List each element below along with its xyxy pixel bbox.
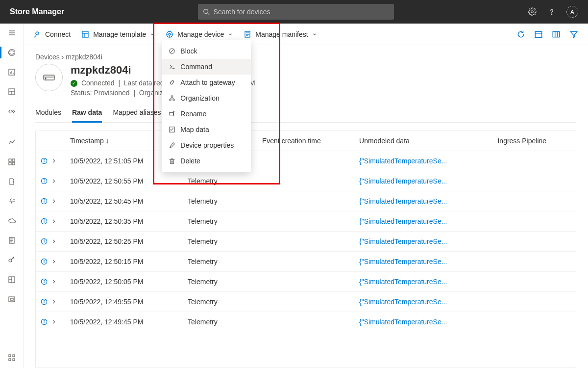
- tab-modules[interactable]: Modules: [35, 105, 61, 122]
- cell-unmodeled[interactable]: {"SimulatedTemperatureSe...: [354, 292, 492, 312]
- status-connected-icon: [71, 80, 77, 87]
- rail-panel-icon[interactable]: [7, 275, 16, 284]
- dd-command[interactable]: Command: [162, 59, 251, 75]
- calendar-icon[interactable]: [534, 30, 543, 39]
- device-icon: [166, 30, 173, 38]
- table-row: 10/5/2022, 12:50:05 PM Telemetry {"Simul…: [36, 272, 576, 292]
- cell-ingress: [492, 191, 576, 211]
- cell-ingress: [492, 171, 576, 191]
- info-icon[interactable]: [41, 258, 48, 265]
- info-icon[interactable]: [41, 298, 48, 305]
- cell-unmodeled[interactable]: {"SimulatedTemperatureSe...: [354, 191, 492, 211]
- chevron-down-icon: [228, 32, 233, 37]
- svg-point-89: [44, 320, 44, 321]
- hamburger-icon[interactable]: [7, 28, 16, 37]
- svg-rect-60: [44, 75, 54, 80]
- manage-manifest-button[interactable]: Manage manifest: [244, 30, 317, 38]
- cell-event-time: [257, 272, 354, 292]
- connect-button[interactable]: Connect: [33, 30, 71, 38]
- rail-list-icon[interactable]: [7, 236, 16, 245]
- cell-unmodeled[interactable]: {"SimulatedTemperatureSe...: [354, 272, 492, 292]
- svg-point-77: [44, 240, 44, 240]
- col-ingress[interactable]: Ingress Pipeline: [492, 131, 576, 151]
- cell-message-type: Telemetry: [183, 191, 257, 211]
- expand-chevron-icon[interactable]: [51, 239, 56, 244]
- tab-mapped-aliases[interactable]: Mapped aliases: [113, 105, 161, 122]
- breadcrumb-current: mzpkdz804i: [66, 53, 102, 61]
- expand-chevron-icon[interactable]: [51, 279, 56, 284]
- svg-point-3: [551, 14, 552, 14]
- dd-delete[interactable]: Delete: [162, 153, 251, 169]
- col-event-time[interactable]: Event creation time: [257, 131, 354, 151]
- expand-chevron-icon[interactable]: [51, 158, 56, 163]
- search-input[interactable]: Search for devices: [198, 4, 394, 20]
- cell-ingress: [492, 232, 576, 252]
- svg-point-95: [173, 99, 175, 101]
- cell-event-time: [257, 191, 354, 211]
- cell-unmodeled[interactable]: {"SimulatedTemperatureSe...: [354, 232, 492, 252]
- rail-rules-icon[interactable]: [7, 197, 16, 206]
- dd-rename[interactable]: Rename: [162, 106, 251, 122]
- cell-unmodeled[interactable]: {"SimulatedTemperatureSe...: [354, 171, 492, 191]
- cell-message-type: Telemetry: [183, 272, 257, 292]
- manage-template-button[interactable]: Manage template: [81, 30, 155, 38]
- rail-file-icon[interactable]: [7, 177, 16, 186]
- cell-message-type: Telemetry: [183, 252, 257, 272]
- rail-dashboard-icon[interactable]: [7, 87, 16, 96]
- cell-unmodeled[interactable]: {"SimulatedTemperatureSe...: [354, 252, 492, 272]
- col-unmodeled[interactable]: Unmodeled data: [354, 131, 492, 151]
- breadcrumb: Devices › mzpkdz804i: [35, 53, 576, 61]
- info-icon[interactable]: [41, 278, 48, 285]
- info-icon[interactable]: [41, 198, 48, 205]
- cell-message-type: Telemetry: [183, 292, 257, 312]
- rail-chart-icon[interactable]: [7, 68, 16, 77]
- tab-raw-data[interactable]: Raw data: [72, 105, 102, 123]
- svg-rect-103: [171, 159, 174, 163]
- table-row: 10/5/2022, 12:51:05 PM Telemetry {"Simul…: [36, 151, 576, 171]
- cell-event-time: [257, 292, 354, 312]
- info-icon[interactable]: [41, 218, 48, 225]
- manage-device-button[interactable]: Manage device: [166, 30, 233, 38]
- expand-chevron-icon[interactable]: [51, 179, 56, 184]
- dd-organization[interactable]: Organization: [162, 90, 251, 106]
- table-row: 10/5/2022, 12:50:45 PM Telemetry {"Simul…: [36, 191, 576, 211]
- info-icon[interactable]: [41, 158, 48, 164]
- dd-attach[interactable]: Attach to gateway: [162, 75, 251, 90]
- info-icon[interactable]: [41, 178, 48, 184]
- filter-icon[interactable]: [569, 30, 578, 39]
- expand-chevron-icon[interactable]: [51, 319, 56, 324]
- expand-chevron-icon[interactable]: [51, 299, 56, 304]
- cell-unmodeled[interactable]: {"SimulatedTemperatureSe...: [354, 211, 492, 232]
- cell-event-time: [257, 171, 354, 191]
- cell-unmodeled[interactable]: {"SimulatedTemperatureSe...: [354, 312, 492, 332]
- info-icon[interactable]: [41, 318, 48, 325]
- manage-template-label: Manage template: [93, 30, 146, 38]
- rail-cloud-icon[interactable]: [7, 216, 16, 225]
- breadcrumb-devices[interactable]: Devices: [35, 53, 60, 61]
- cell-timestamp: 10/5/2022, 12:50:25 PM: [65, 232, 183, 252]
- rail-key-icon[interactable]: [7, 256, 16, 264]
- avatar[interactable]: A: [566, 6, 578, 18]
- info-icon[interactable]: [41, 238, 48, 245]
- expand-chevron-icon[interactable]: [51, 199, 56, 204]
- rail-grid-icon[interactable]: [7, 158, 16, 166]
- expand-chevron-icon[interactable]: [51, 219, 56, 224]
- rail-apps-icon[interactable]: [7, 353, 16, 362]
- dd-map-data[interactable]: Map data: [162, 122, 251, 137]
- rail-data-icon[interactable]: [7, 295, 16, 304]
- cell-event-time: [257, 252, 354, 272]
- columns-icon[interactable]: [552, 30, 561, 39]
- cell-timestamp: 10/5/2022, 12:50:15 PM: [65, 252, 183, 272]
- rail-connect-icon[interactable]: [7, 107, 16, 116]
- refresh-icon[interactable]: [516, 30, 525, 39]
- dd-block[interactable]: Block: [162, 43, 251, 59]
- cell-unmodeled[interactable]: {"SimulatedTemperatureSe...: [354, 151, 492, 171]
- expand-chevron-icon[interactable]: [51, 259, 56, 264]
- cell-ingress: [492, 312, 576, 332]
- help-icon[interactable]: [547, 7, 557, 17]
- table-row: 10/5/2022, 12:50:25 PM Telemetry {"Simul…: [36, 232, 576, 252]
- rail-analytics-icon[interactable]: [7, 138, 16, 147]
- settings-icon[interactable]: [527, 7, 537, 17]
- rail-devices-icon[interactable]: [7, 48, 16, 57]
- dd-device-properties[interactable]: Device properties: [162, 137, 251, 153]
